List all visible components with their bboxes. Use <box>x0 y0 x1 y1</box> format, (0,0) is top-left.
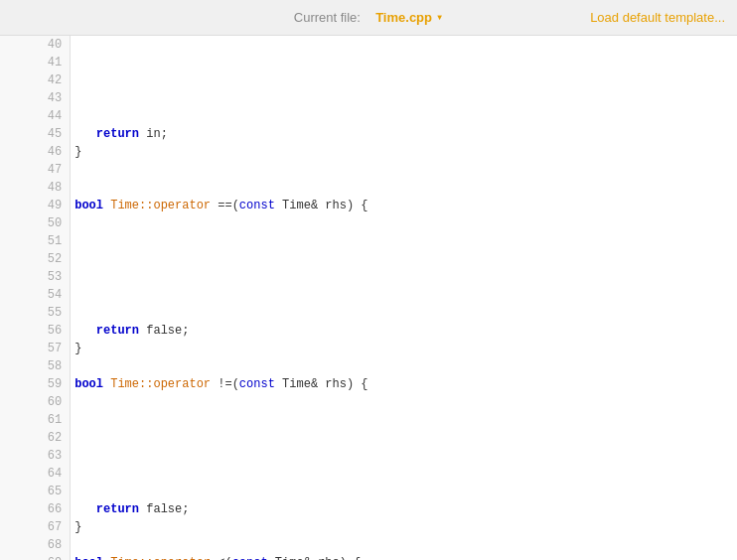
table-row: 63 <box>0 447 737 465</box>
line-number: 40 <box>0 36 71 54</box>
line-number: 51 <box>0 232 71 250</box>
line-number: 67 <box>0 518 71 536</box>
line-number: 57 <box>0 340 71 357</box>
line-content: return false; <box>71 500 737 518</box>
line-content <box>71 71 737 89</box>
table-row: 54 <box>0 286 737 304</box>
line-number: 45 <box>0 125 71 143</box>
line-number: 56 <box>0 322 71 340</box>
line-content <box>71 393 737 411</box>
table-row: 50 <box>0 214 737 232</box>
line-content <box>71 286 737 304</box>
line-content <box>71 304 737 322</box>
line-content <box>71 54 737 71</box>
table-row: 53 <box>0 268 737 286</box>
table-row: 61 <box>0 411 737 429</box>
line-number: 43 <box>0 89 71 107</box>
line-number: 60 <box>0 393 71 411</box>
line-number: 47 <box>0 161 71 179</box>
table-row: 66 return false; <box>0 500 737 518</box>
line-number: 44 <box>0 107 71 125</box>
table-row: 57} <box>0 340 737 357</box>
table-row: 42 <box>0 71 737 89</box>
line-content <box>71 179 737 197</box>
line-content: return in; <box>71 125 737 143</box>
line-number: 68 <box>0 536 71 554</box>
line-content: bool Time::operator !=(const Time& rhs) … <box>71 375 737 393</box>
line-content: bool Time::operator ==(const Time& rhs) … <box>71 197 737 214</box>
line-number: 54 <box>0 286 71 304</box>
line-content <box>71 89 737 107</box>
line-number: 59 <box>0 375 71 393</box>
table-row: 49bool Time::operator ==(const Time& rhs… <box>0 197 737 214</box>
code-token: return in; <box>74 127 168 141</box>
table-row: 46} <box>0 143 737 161</box>
table-row: 45 return in; <box>0 125 737 143</box>
table-row: 68 <box>0 536 737 554</box>
line-content <box>71 214 737 232</box>
code-token: return false; <box>74 502 189 516</box>
table-row: 52 <box>0 250 737 268</box>
table-row: 55 <box>0 304 737 322</box>
line-content <box>71 465 737 483</box>
line-content: } <box>71 518 737 536</box>
line-content: bool Time::operator <(const Time& rhs) { <box>71 554 737 560</box>
line-content <box>71 447 737 465</box>
filename-label: Time.cpp <box>375 10 432 25</box>
table-row: 69bool Time::operator <(const Time& rhs)… <box>0 554 737 560</box>
table-row: 65 <box>0 483 737 500</box>
line-number: 58 <box>0 357 71 375</box>
line-content <box>71 161 737 179</box>
table-row: 67} <box>0 518 737 536</box>
current-file-label: Current file: <box>294 10 361 25</box>
line-number: 55 <box>0 304 71 322</box>
filename-dropdown-icon[interactable]: ▾ <box>436 10 443 25</box>
code-editor: 404142434445 return in;46}474849bool Tim… <box>0 36 737 560</box>
line-number: 61 <box>0 411 71 429</box>
line-number: 41 <box>0 54 71 71</box>
table-row: 40 <box>0 36 737 54</box>
table-row: 64 <box>0 465 737 483</box>
table-row: 43 <box>0 89 737 107</box>
line-number: 52 <box>0 250 71 268</box>
table-row: 56 return false; <box>0 322 737 340</box>
line-number: 50 <box>0 214 71 232</box>
line-number: 48 <box>0 179 71 197</box>
code-token: bool Time::operator !=(const Time& rhs) … <box>74 377 368 391</box>
line-content <box>71 107 737 125</box>
line-number: 66 <box>0 500 71 518</box>
table-row: 51 <box>0 232 737 250</box>
code-token: return false; <box>74 324 189 338</box>
line-content <box>71 483 737 500</box>
line-content <box>71 357 737 375</box>
code-token: } <box>74 520 81 534</box>
table-row: 47 <box>0 161 737 179</box>
line-number: 49 <box>0 197 71 214</box>
line-number: 64 <box>0 465 71 483</box>
line-number: 46 <box>0 143 71 161</box>
code-token: } <box>74 342 81 355</box>
line-content: } <box>71 143 737 161</box>
line-content <box>71 536 737 554</box>
code-token: bool Time::operator <(const Time& rhs) { <box>74 556 361 560</box>
line-content: } <box>71 340 737 357</box>
table-row: 48 <box>0 179 737 197</box>
line-content <box>71 429 737 447</box>
line-number: 53 <box>0 268 71 286</box>
table-row: 58 <box>0 357 737 375</box>
table-row: 44 <box>0 107 737 125</box>
table-row: 41 <box>0 54 737 71</box>
line-content <box>71 36 737 54</box>
line-number: 69 <box>0 554 71 560</box>
line-number: 62 <box>0 429 71 447</box>
line-number: 65 <box>0 483 71 500</box>
table-row: 62 <box>0 429 737 447</box>
line-number: 42 <box>0 71 71 89</box>
line-content: return false; <box>71 322 737 340</box>
code-token: bool Time::operator ==(const Time& rhs) … <box>74 199 368 212</box>
load-template-link[interactable]: Load default template... <box>590 10 725 25</box>
line-number: 63 <box>0 447 71 465</box>
line-content <box>71 250 737 268</box>
line-content <box>71 411 737 429</box>
code-token: } <box>74 145 81 159</box>
